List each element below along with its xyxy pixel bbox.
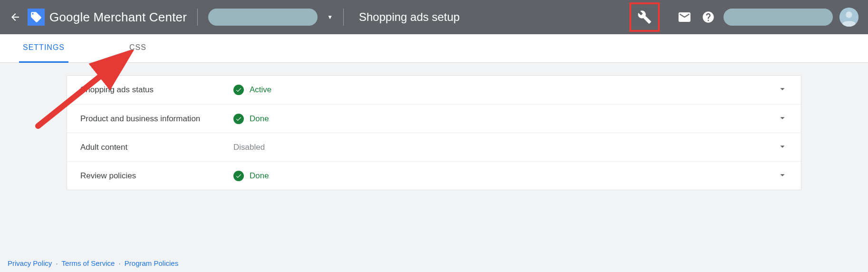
chevron-down-icon <box>777 113 788 125</box>
program-link[interactable]: Program Policies <box>125 259 178 267</box>
chevron-down-icon <box>777 84 788 96</box>
app-logo[interactable]: Google Merchant Center <box>28 9 187 26</box>
account-info-redacted <box>723 9 833 26</box>
app-name: Google Merchant Center <box>49 10 187 25</box>
row-status: Done <box>233 171 777 181</box>
row-label: Product and business information <box>80 114 233 124</box>
row-shopping-ads-status[interactable]: Shopping ads status Active <box>67 76 801 104</box>
row-label: Shopping ads status <box>80 85 233 95</box>
footer-links: Privacy Policy · Terms of Service · Prog… <box>8 259 178 267</box>
row-status: Done <box>233 114 777 124</box>
tab-css[interactable]: CSS <box>125 34 150 63</box>
row-review-policies[interactable]: Review policies Done <box>67 161 801 190</box>
chevron-down-icon <box>777 141 788 154</box>
terms-link[interactable]: Terms of Service <box>62 259 115 267</box>
app-header: Google Merchant Center ▼ Shopping ads se… <box>0 0 868 34</box>
check-circle-icon <box>233 171 244 181</box>
chevron-down-icon <box>777 170 788 182</box>
row-status: Active <box>233 85 777 95</box>
settings-card: Shopping ads status Active Product and b… <box>67 75 801 190</box>
merchant-tag-icon <box>28 9 45 26</box>
header-divider <box>197 9 198 26</box>
row-status: Disabled <box>233 143 777 152</box>
check-circle-icon <box>233 114 244 124</box>
tab-bar: SETTINGS CSS <box>0 34 868 63</box>
header-divider <box>343 9 344 26</box>
status-text: Done <box>250 114 269 124</box>
status-text: Active <box>250 85 271 95</box>
caret-down-icon[interactable]: ▼ <box>327 14 333 20</box>
user-avatar[interactable] <box>839 8 858 27</box>
tab-settings[interactable]: SETTINGS <box>19 34 68 63</box>
row-adult-content[interactable]: Adult content Disabled <box>67 133 801 161</box>
row-label: Review policies <box>80 171 233 181</box>
help-icon[interactable] <box>700 9 717 26</box>
status-text: Done <box>250 171 269 181</box>
svg-point-1 <box>846 11 852 18</box>
check-circle-icon <box>233 85 244 95</box>
page-title: Shopping ads setup <box>359 10 460 24</box>
mail-icon[interactable] <box>676 9 693 26</box>
main-content: Shopping ads status Active Product and b… <box>0 63 868 190</box>
account-selector-redacted[interactable] <box>208 9 318 26</box>
row-label: Adult content <box>80 143 233 152</box>
back-arrow-icon[interactable] <box>10 11 21 23</box>
status-text: Disabled <box>233 143 265 152</box>
tools-button-highlighted[interactable] <box>629 2 660 32</box>
privacy-link[interactable]: Privacy Policy <box>8 259 52 267</box>
row-product-business-info[interactable]: Product and business information Done <box>67 104 801 133</box>
